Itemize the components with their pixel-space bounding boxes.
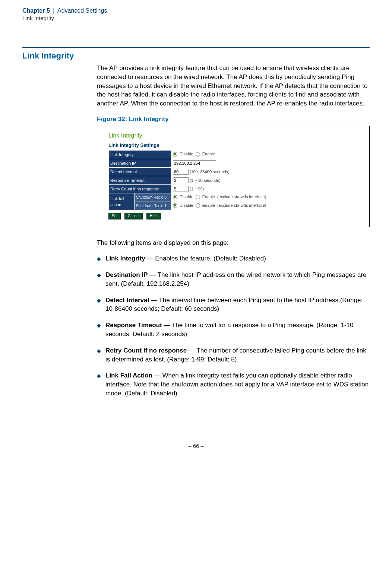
bullet-icon: ◆ <box>97 297 101 314</box>
enable-label: Enable <box>202 151 215 157</box>
list-item: ◆ Link Integrity — Enables the feature. … <box>97 254 370 263</box>
figure-caption: Figure 32: Link Integrity <box>97 115 370 124</box>
shutdown-radio-1-group[interactable]: Disable Enable (exclude sta-wds interfac… <box>173 203 266 208</box>
list-item: ◆ Destination IP — The link host IP addr… <box>97 271 370 288</box>
figure-subtitle: Link Integrity Settings <box>108 142 366 149</box>
label-link-integrity: Link Integrity <box>109 151 171 159</box>
bullet-icon: ◆ <box>97 372 101 398</box>
label-link-fail-action: Link fail action <box>109 193 135 211</box>
row-link-integrity: Link Integrity Disable Enable <box>109 151 347 159</box>
list-item: ◆ Response Timeout — The time to wait fo… <box>97 321 370 339</box>
shutdown-radio-0-group[interactable]: Disable Enable (exclude sta-wds interfac… <box>173 194 266 200</box>
detect-interval-hint: (10 ~ 86400 seconds) <box>190 170 230 174</box>
label-destination-ip: Destination IP <box>109 159 171 168</box>
row-response-timeout: Response Timeout (1 ~ 10 seconds) <box>109 176 347 185</box>
row-link-fail-radio1: Shutdown Radio 1 Disable Enable (exclude… <box>109 202 347 211</box>
chapter-label: Chapter 5 <box>22 7 50 14</box>
help-button[interactable]: Help <box>146 213 161 219</box>
row-destination-ip: Destination IP <box>109 159 347 168</box>
figure-title: Link Integrity <box>108 132 366 140</box>
item-title: Link Fail Action <box>105 372 152 379</box>
item-title: Response Timeout <box>105 322 162 329</box>
item-list: ◆ Link Integrity — Enables the feature. … <box>97 254 370 398</box>
retry-count-hint: (1 ~ 99) <box>190 187 204 191</box>
row-detect-interval: Detect Interval (10 ~ 86400 seconds) <box>109 168 347 176</box>
page-header: Chapter 5 | Advanced Settings <box>22 7 370 14</box>
chapter-subject: Advanced Settings <box>57 7 107 14</box>
bullet-icon: ◆ <box>97 322 101 339</box>
retry-count-input[interactable] <box>173 186 189 192</box>
exclude-note: (exclude sta-wds interface) <box>217 194 266 200</box>
radio-icon <box>196 152 200 157</box>
list-item: ◆ Detect Interval — The interval time be… <box>97 296 370 314</box>
radio-selected-icon <box>173 195 177 199</box>
enable-label: Enable <box>202 203 215 208</box>
label-detect-interval: Detect Interval <box>109 168 171 176</box>
disable-label: Disable <box>180 151 193 157</box>
section-title: Link Integrity <box>22 51 370 61</box>
radio-icon <box>196 195 200 199</box>
section-divider <box>22 47 370 48</box>
disable-label: Disable <box>180 194 193 200</box>
label-shutdown-radio-1: Shutdown Radio 1 <box>135 202 171 211</box>
set-button[interactable]: Set <box>108 213 121 219</box>
list-item: ◆ Link Fail Action — When a link integri… <box>97 371 370 398</box>
radio-selected-icon <box>173 203 177 208</box>
label-response-timeout: Response Timeout <box>109 176 171 185</box>
row-retry-count: Retry Count if no response (1 ~ 99) <box>109 185 347 193</box>
item-title: Link Integrity <box>105 255 145 262</box>
exclude-note: (exclude sta-wds interface) <box>217 203 266 208</box>
figure-button-row: Set Cancel Help <box>108 213 366 219</box>
item-title: Retry Count if no response <box>105 347 187 354</box>
enable-label: Enable <box>202 194 215 200</box>
intro-paragraph: The AP provides a link integrity feature… <box>97 64 370 108</box>
radio-selected-icon <box>173 152 177 157</box>
disable-label: Disable <box>180 203 193 208</box>
row-link-fail-radio0: Link fail action Shutdown Radio 0 Disabl… <box>109 193 347 202</box>
bullet-icon: ◆ <box>97 347 101 364</box>
list-item: ◆ Retry Count if no response — The numbe… <box>97 346 370 364</box>
label-retry-count: Retry Count if no response <box>109 185 171 193</box>
detect-interval-input[interactable] <box>173 169 189 175</box>
bullet-icon: ◆ <box>97 255 101 263</box>
response-timeout-input[interactable] <box>173 177 189 183</box>
item-title: Detect Interval <box>105 297 149 304</box>
bullet-icon: ◆ <box>97 272 101 288</box>
cancel-button[interactable]: Cancel <box>124 213 143 219</box>
list-intro: The following items are displayed on thi… <box>97 238 370 247</box>
figure-box: Link Integrity Link Integrity Settings L… <box>97 126 370 228</box>
radio-icon <box>196 203 200 208</box>
header-separator: | <box>53 7 54 14</box>
destination-ip-input[interactable] <box>173 160 216 166</box>
item-title: Destination IP <box>105 271 148 278</box>
settings-table: Link Integrity Disable Enable Destinatio… <box>108 150 347 211</box>
page-footer: – 66 – <box>22 443 370 449</box>
response-timeout-hint: (1 ~ 10 seconds) <box>190 178 220 183</box>
link-integrity-radio-group[interactable]: Disable Enable <box>173 151 215 157</box>
item-desc: — Enables the feature. (Default: Disable… <box>145 255 266 262</box>
page-subhead: Link Integrity <box>22 15 370 21</box>
label-shutdown-radio-0: Shutdown Radio 0 <box>135 193 171 202</box>
